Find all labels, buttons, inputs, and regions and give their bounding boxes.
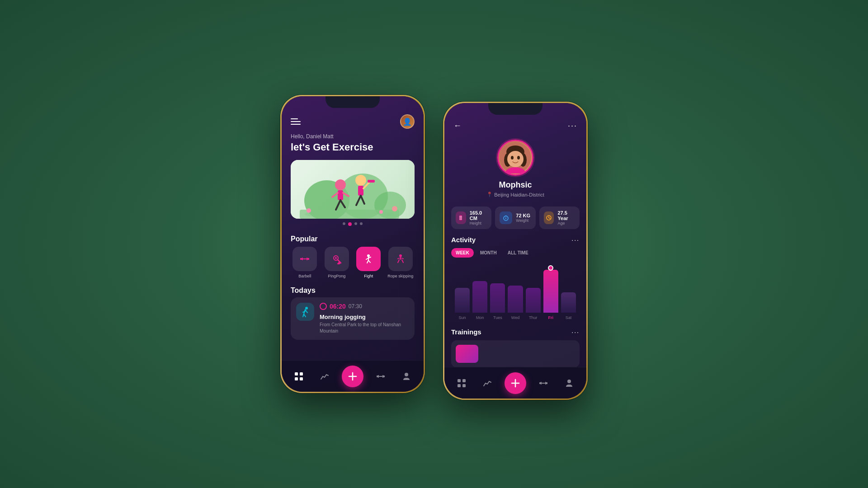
label-tues: Tues (489, 315, 506, 320)
grid-icon (294, 372, 303, 381)
svg-rect-24 (303, 258, 307, 259)
location-icon: 📍 (486, 192, 493, 197)
phone-2: ← ··· (443, 102, 588, 400)
label-mon: Mon (471, 315, 489, 320)
stats-row: 165.0 CM Height 7 (444, 204, 586, 231)
chart-bar-wed (508, 286, 523, 313)
svg-rect-12 (358, 186, 363, 196)
stat-age: 27.5 Year Age (539, 206, 580, 229)
carousel-dots (291, 222, 415, 226)
weight-value: 72 KG (516, 213, 530, 218)
runner-icon (299, 306, 311, 318)
svg-rect-76 (539, 382, 541, 384)
todays-title: Todays (291, 283, 415, 297)
carousel[interactable] (282, 155, 424, 230)
svg-rect-21 (307, 258, 309, 260)
menu-line (291, 118, 298, 119)
activity-tabs: WEEK MONTH ALL TIME (451, 248, 580, 258)
user-avatar[interactable]: 👤 (400, 114, 415, 129)
tab-week[interactable]: WEEK (451, 248, 474, 258)
training-item-1[interactable] (451, 340, 580, 367)
activity-more[interactable]: ··· (571, 236, 580, 244)
chart-indicator (548, 265, 553, 271)
svg-rect-71 (462, 379, 466, 382)
weight-svg (503, 215, 509, 221)
chart-bar-sat (561, 292, 576, 313)
svg-rect-48 (383, 375, 385, 377)
weight-icon (500, 211, 512, 224)
nav-chart-1[interactable] (316, 368, 333, 385)
greeting-main: let's Get Exercise (291, 141, 415, 153)
workout-title: Morning jogging (320, 314, 409, 320)
rope-icon-box (388, 247, 413, 271)
svg-point-59 (517, 156, 520, 160)
nav-dumbbell-1[interactable] (373, 368, 389, 385)
svg-point-19 (392, 206, 397, 211)
nav-person-2[interactable] (561, 375, 577, 391)
height-info: 165.0 CM Height (470, 210, 487, 225)
carousel-illustration (291, 160, 415, 219)
svg-rect-20 (300, 258, 302, 260)
svg-rect-80 (542, 383, 545, 384)
carousel-card (291, 160, 415, 219)
svg-point-81 (567, 380, 571, 383)
activity-title: Activity (451, 236, 476, 244)
nav-chart-2[interactable] (479, 375, 495, 391)
plus-icon (348, 371, 358, 381)
trainings-section: Trainings ··· (444, 324, 586, 371)
nav-person-1[interactable] (398, 368, 415, 385)
nav-plus-2[interactable] (505, 372, 526, 394)
nav-grid-1[interactable] (291, 368, 307, 385)
pingpong-icon (331, 253, 342, 264)
more-button[interactable]: ··· (568, 121, 577, 131)
popular-rope[interactable]: Rope skipping (387, 247, 415, 278)
svg-rect-50 (382, 375, 383, 378)
weight-label: Weight (516, 218, 530, 223)
activity-chart (451, 263, 580, 313)
chart-bar-tues (490, 283, 505, 313)
menu-button[interactable] (291, 118, 301, 125)
fight-icon (363, 253, 374, 264)
height-icon (456, 211, 466, 224)
age-svg (546, 215, 552, 221)
fight-label: Fight (364, 274, 373, 278)
tab-month[interactable]: MONTH (476, 248, 501, 258)
popular-fight[interactable]: Fight (354, 247, 383, 278)
popular-title: Popular (282, 230, 424, 247)
rope-label: Rope skipping (387, 274, 413, 278)
popular-barbell[interactable]: Barbell (291, 247, 319, 278)
svg-point-57 (507, 151, 524, 167)
label-wed: Wed (506, 315, 524, 320)
tab-alltime[interactable]: ALL TIME (503, 248, 533, 258)
svg-rect-22 (302, 258, 303, 260)
carousel-dot-1[interactable] (348, 222, 352, 226)
svg-rect-49 (378, 375, 379, 378)
chart-bar-mon (472, 281, 487, 313)
svg-rect-70 (458, 379, 461, 382)
trainings-more[interactable]: ··· (571, 328, 580, 336)
barbell-icon-box (292, 247, 317, 271)
label-thur: Thur (524, 315, 542, 320)
svg-rect-41 (295, 372, 298, 375)
avatar-illustration (500, 142, 531, 174)
back-button[interactable]: ← (453, 121, 462, 131)
chart-bar-fri (543, 270, 558, 313)
svg-rect-23 (307, 258, 307, 260)
carousel-dot-3[interactable] (360, 222, 363, 225)
carousel-dot-2[interactable] (354, 222, 357, 225)
label-fri: Fri (542, 315, 560, 320)
nav-plus-1[interactable] (342, 366, 363, 387)
svg-point-39 (305, 307, 308, 310)
nav-dumbbell-2[interactable] (535, 375, 552, 391)
popular-pingpong[interactable]: PingPong (323, 247, 351, 278)
nav-grid-2[interactable] (453, 375, 470, 391)
svg-point-26 (335, 257, 337, 259)
popular-grid: Barbell PingPong (282, 247, 424, 278)
time-value: 06:20 (330, 303, 346, 310)
workout-desc: From Central Park to the top of Nanshan … (320, 322, 409, 334)
todays-card[interactable]: 06:20 07:30 Morning jogging From Central… (291, 297, 415, 340)
carousel-dot-0[interactable] (343, 222, 345, 225)
svg-rect-79 (545, 382, 546, 385)
chart-icon-2 (483, 379, 492, 388)
phone1-screen: 👤 Hello, Daniel Matt let's Get Exercise (282, 96, 424, 392)
